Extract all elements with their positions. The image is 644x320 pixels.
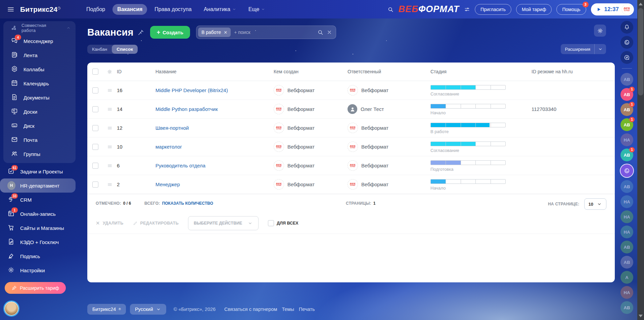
- sidebar-item-задачи-и-проекты[interactable]: 61Задачи и Проекты: [0, 164, 79, 178]
- rail-user-avatar[interactable]: AB1: [620, 88, 633, 101]
- row-menu-icon[interactable]: [107, 87, 117, 93]
- select-action-dropdown[interactable]: ВЫБЕРИТЕ ДЕЙСТВИЕ: [188, 216, 259, 230]
- delete-button[interactable]: ✕ УДАЛИТЬ: [96, 220, 124, 226]
- sidebar-item-hr-департамент[interactable]: НHR-департамент: [0, 178, 76, 193]
- company-logo-avatar[interactable]: ВЕБФОРМАТ: [348, 85, 358, 95]
- show-count-link[interactable]: ПОКАЗАТЬ КОЛИЧЕСТВО: [162, 201, 213, 206]
- footer-link[interactable]: Печать: [299, 307, 315, 312]
- sidebar-item-доски[interactable]: Доски: [3, 105, 76, 119]
- company-logo-avatar[interactable]: ВЕБФОРМАТ: [348, 160, 358, 171]
- row-checkbox[interactable]: [92, 163, 98, 169]
- sidebar-item-почта[interactable]: Почта: [3, 133, 76, 147]
- my-tariff-button[interactable]: Мой тариф: [516, 4, 552, 15]
- company-logo-avatar[interactable]: ВЕБФОРМАТ: [348, 179, 358, 190]
- rail-user-avatar[interactable]: HA: [620, 195, 633, 208]
- sidebar-item-группы[interactable]: Группы: [3, 147, 76, 161]
- extensions-button[interactable]: Расширения: [561, 44, 606, 54]
- sidebar-group-header[interactable]: Совместная работа: [3, 22, 76, 34]
- upgrade-tariff-button[interactable]: Расширить тариф: [5, 282, 66, 294]
- column-name[interactable]: Название: [155, 69, 274, 74]
- sidebar-item-онлайн-запись[interactable]: 1Онлайн-запись: [0, 207, 79, 221]
- vacancy-link[interactable]: Middle Python разработчик: [155, 106, 274, 112]
- help-button[interactable]: Помощь3: [556, 4, 586, 15]
- copilot-icon[interactable]: [620, 36, 633, 49]
- stage-progress-bar[interactable]: [430, 123, 506, 127]
- company-logo-avatar[interactable]: ВЕБФОРМАТ: [348, 142, 358, 152]
- chip-remove-icon[interactable]: ✕: [224, 30, 227, 35]
- company-logo-avatar[interactable]: ВЕБФОРМАТ: [274, 104, 284, 114]
- column-creator[interactable]: Кем создан: [274, 69, 348, 74]
- vacancy-link[interactable]: Руководитель отдела: [155, 163, 274, 168]
- vacancy-link[interactable]: Менеджер: [155, 182, 274, 187]
- table-settings-gear-icon[interactable]: [107, 69, 117, 75]
- footer-link[interactable]: Связаться с партнером: [224, 307, 277, 312]
- nav-item-права-доступа[interactable]: Права доступа: [150, 4, 196, 15]
- stage-progress-bar[interactable]: [430, 104, 506, 109]
- worktime-timer[interactable]: 12:37 ВЕБ ФОРМАТ: [591, 3, 634, 15]
- stage-progress-bar[interactable]: [430, 179, 506, 184]
- rail-user-avatar[interactable]: HA: [620, 210, 633, 223]
- nav-item-еще[interactable]: Еще: [244, 4, 270, 15]
- rail-user-avatar[interactable]: AB: [620, 73, 633, 86]
- sidebar-item-коллабы[interactable]: Коллабы: [3, 62, 76, 76]
- company-logo-avatar[interactable]: ВЕБФОРМАТ: [274, 142, 284, 152]
- rail-user-avatar[interactable]: AB1: [620, 149, 633, 161]
- sidebar-item-диск[interactable]: Диск: [3, 119, 76, 133]
- stage-progress-bar[interactable]: [430, 160, 506, 165]
- row-menu-icon[interactable]: [107, 182, 117, 188]
- rail-user-avatar[interactable]: AB: [620, 180, 633, 193]
- rail-user-avatar[interactable]: HA: [620, 226, 633, 238]
- row-checkbox[interactable]: [92, 144, 98, 150]
- row-menu-icon[interactable]: [107, 163, 117, 169]
- sidebar-item-настройки[interactable]: Настройки: [0, 263, 79, 277]
- search-icon[interactable]: [387, 6, 394, 13]
- vertical-scrollbar[interactable]: [637, 0, 644, 320]
- vacancy-link[interactable]: Middle PHP Developer (Bitrix24): [155, 87, 274, 93]
- clear-search-icon[interactable]: [326, 29, 332, 35]
- stage-progress-bar[interactable]: [430, 142, 506, 146]
- for-all-checkbox[interactable]: ДЛЯ ВСЕХ: [268, 220, 298, 226]
- rail-user-avatar[interactable]: AB: [620, 241, 633, 253]
- filter-chip[interactable]: В работе ✕: [198, 28, 231, 37]
- select-all-checkbox[interactable]: [92, 69, 98, 75]
- sidebar-item-лента[interactable]: Лента: [3, 48, 76, 62]
- scrollbar-thumb[interactable]: [638, 8, 643, 95]
- search-input[interactable]: + поиск: [234, 30, 314, 35]
- search-icon[interactable]: [317, 29, 324, 36]
- view-settings-gear-icon[interactable]: [594, 25, 606, 37]
- bell-icon[interactable]: [620, 21, 633, 34]
- column-stage[interactable]: Стадия: [430, 69, 532, 74]
- row-checkbox[interactable]: [92, 125, 98, 131]
- company-logo-avatar[interactable]: ВЕБФОРМАТ: [348, 123, 358, 133]
- invite-button[interactable]: Пригласить: [475, 4, 511, 15]
- sidebar-item-кэдо-госключ[interactable]: КЭДО + Госключ: [0, 235, 79, 249]
- rail-user-avatar[interactable]: HA: [620, 133, 633, 146]
- sidebar-item-календарь[interactable]: Календарь: [3, 76, 76, 90]
- rail-user-avatar[interactable]: HA: [620, 286, 633, 299]
- row-menu-icon[interactable]: [107, 125, 117, 131]
- user-avatar[interactable]: [3, 301, 19, 317]
- per-page-select[interactable]: 10: [584, 198, 606, 210]
- row-menu-icon[interactable]: [107, 144, 117, 150]
- footer-link[interactable]: Темы: [282, 307, 294, 312]
- sliders-icon[interactable]: [464, 6, 470, 12]
- create-button[interactable]: + Создать: [150, 26, 190, 39]
- sidebar-item-сайты-и-магазины[interactable]: Сайты и Магазины: [0, 221, 79, 235]
- company-logo-avatar[interactable]: ВЕБФОРМАТ: [274, 123, 284, 133]
- company-logo-avatar[interactable]: ВЕБФОРМАТ: [274, 160, 284, 171]
- rail-user-avatar[interactable]: A: [620, 271, 633, 284]
- view-tab-канбан[interactable]: Канбан: [87, 45, 112, 54]
- person-avatar[interactable]: [348, 104, 357, 114]
- rail-user-avatar[interactable]: AB1: [620, 118, 633, 131]
- row-menu-icon[interactable]: [107, 106, 117, 112]
- rail-user-avatar[interactable]: AB: [620, 301, 633, 314]
- edit-button[interactable]: РЕДАКТИРОВАТЬ: [133, 221, 179, 226]
- stage-progress-bar[interactable]: [430, 85, 506, 90]
- pin-icon[interactable]: [138, 29, 144, 36]
- chevron-up-icon[interactable]: [66, 26, 71, 30]
- sidebar-item-документы[interactable]: Документы: [3, 90, 76, 105]
- nav-item-вакансия[interactable]: Вакансия: [112, 4, 147, 15]
- hamburger-menu-icon[interactable]: [7, 5, 15, 13]
- sidebar-item-crm[interactable]: 33CRM: [0, 193, 79, 207]
- company-logo-avatar[interactable]: ВЕБФОРМАТ: [274, 85, 284, 95]
